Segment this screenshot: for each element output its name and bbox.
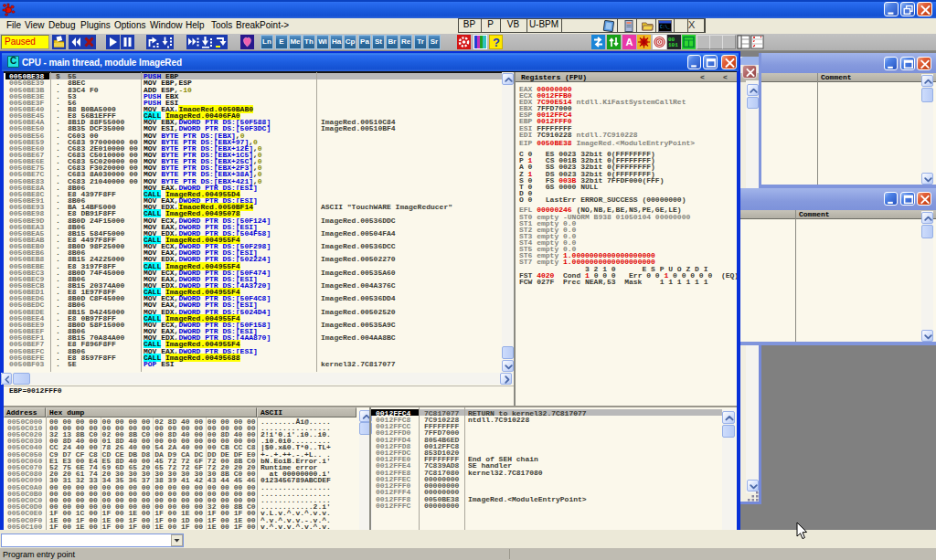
svg-text:A: A	[625, 37, 633, 48]
svg-text:C:\_: C:\_	[660, 25, 670, 29]
svg-text:101: 101	[668, 42, 678, 48]
